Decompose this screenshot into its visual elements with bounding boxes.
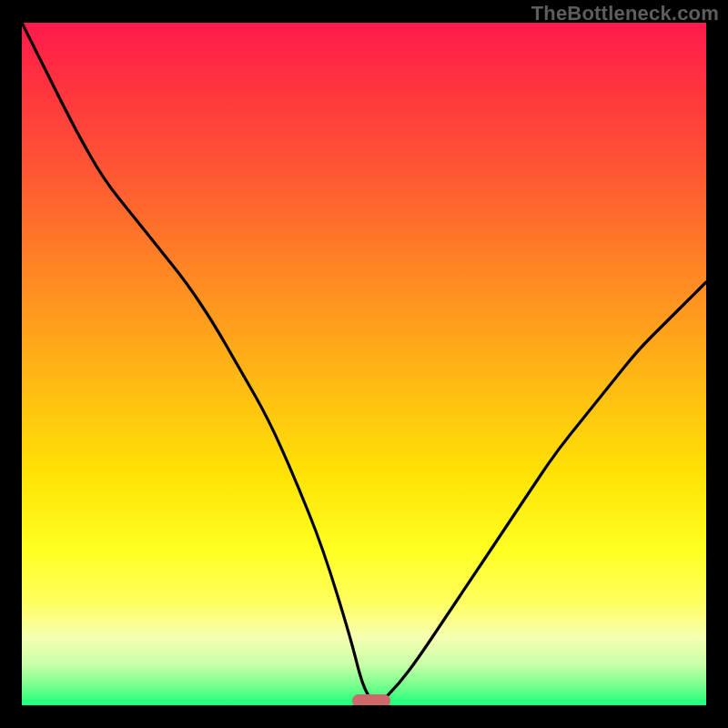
bottleneck-curve bbox=[22, 23, 706, 705]
chart-frame: TheBottleneck.com bbox=[0, 0, 728, 728]
watermark-label: TheBottleneck.com bbox=[531, 2, 719, 25]
minimum-marker bbox=[352, 694, 390, 705]
plot-area bbox=[22, 23, 706, 705]
curve-path bbox=[22, 23, 706, 705]
